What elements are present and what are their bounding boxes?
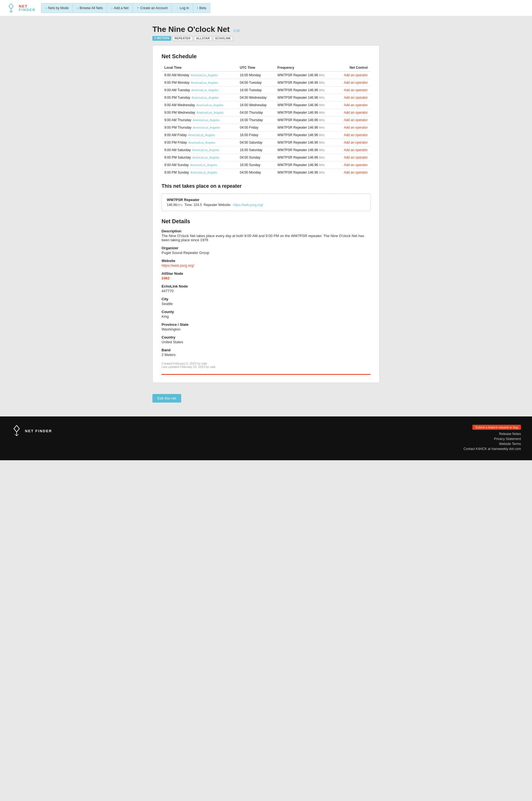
local-time-cell: 9:00 PM Sunday America/Los_Angeles [162, 169, 237, 176]
add-operator-link[interactable]: Add an operator [344, 111, 368, 114]
add-operator-link[interactable]: Add an operator [344, 118, 368, 122]
col-frequency: Frequency [274, 64, 336, 72]
net-control-cell[interactable]: Add an operator [336, 101, 370, 109]
net-control-cell[interactable]: Add an operator [336, 116, 370, 124]
net-control-cell[interactable]: Add an operator [336, 79, 370, 87]
net-control-cell[interactable]: Add an operator [336, 169, 370, 176]
organizer-label: Organizer [162, 246, 370, 250]
table-row: 9:00 AM Wednesday America/Los_Angeles 16… [162, 101, 370, 109]
allstar-label: AllStar Node [162, 272, 370, 276]
page-title: The Nine O'clock Net [152, 25, 230, 34]
website-value: https://web.psrg.org/ [162, 263, 370, 267]
table-row: 9:00 AM Sunday America/Los_Angeles 16:00… [162, 161, 370, 169]
add-operator-link[interactable]: Add an operator [344, 73, 368, 77]
add-operator-link[interactable]: Add an operator [344, 133, 368, 137]
timezone-label: America/Los_Angeles [192, 156, 219, 159]
frequency-cell: WW7PSR Repeater 146.96 MHz [274, 94, 336, 101]
frequency-cell: WW7PSR Repeater 146.96 MHz [274, 154, 336, 161]
echolink-value: 447770 [162, 289, 370, 293]
footer-website-terms[interactable]: Website Terms [463, 442, 521, 446]
repeater-freq-unit: MHz [177, 204, 183, 207]
tags: 2 METERS REPEATER ALLSTAR ECHOLINK [152, 36, 380, 41]
nav-add-a-net-label: Add a Net [114, 6, 129, 10]
footer: NET FINDER Submit a feature request or b… [0, 416, 532, 460]
band-value: 2 Meters [162, 353, 370, 357]
nav-beta[interactable]: ℹ Beta [193, 3, 210, 13]
nav-nets-by-mode[interactable]: ≡ Nets by Mode [41, 3, 73, 13]
feature-request-button[interactable]: Submit a feature request or bug [472, 425, 521, 430]
add-operator-link[interactable]: Add an operator [344, 148, 368, 152]
add-operator-link[interactable]: Add an operator [344, 163, 368, 167]
main-nav: ≡ Nets by Mode ≡ Browse All Nets + Add a… [41, 3, 210, 13]
table-row: 9:00 PM Saturday America/Los_Angeles 04:… [162, 154, 370, 161]
net-control-cell[interactable]: Add an operator [336, 139, 370, 146]
edit-link[interactable]: Edit [233, 29, 240, 33]
repeater-box: WW7PSR Repeater 146.96MHz Tone: 103.5 Re… [162, 193, 370, 211]
logo-net: NET [19, 4, 36, 8]
nav-browse-all-nets[interactable]: ≡ Browse All Nets [73, 3, 107, 13]
band-label: Band [162, 348, 370, 352]
table-row: 9:00 AM Monday America/Los_Angeles 16:00… [162, 72, 370, 79]
add-operator-link[interactable]: Add an operator [344, 126, 368, 129]
add-operator-link[interactable]: Add an operator [344, 170, 368, 174]
freq-unit: MHz [319, 164, 325, 167]
net-control-cell[interactable]: Add an operator [336, 146, 370, 154]
repeater-website-link[interactable]: https://web.psrg.org/ [233, 203, 263, 207]
table-row: 9:00 AM Friday America/Los_Angeles 16:00… [162, 131, 370, 139]
local-time-cell: 9:00 PM Tuesday America/Los_Angeles [162, 94, 237, 101]
city-value: Seattle [162, 302, 370, 306]
create-account-icon: ✦ [137, 6, 139, 10]
country-label: Country [162, 335, 370, 339]
frequency-cell: WW7PSR Repeater 146.96 MHz [274, 79, 336, 87]
log-in-icon: → [176, 6, 179, 10]
freq-unit: MHz [319, 126, 325, 129]
add-operator-link[interactable]: Add an operator [344, 141, 368, 145]
local-time-cell: 9:00 AM Thursday America/Los_Angeles [162, 116, 237, 124]
main-content: The Nine O'clock Net Edit 2 METERS REPEA… [147, 17, 385, 416]
footer-privacy-statement[interactable]: Privacy Statement [463, 437, 521, 441]
footer-release-notes[interactable]: Release Notes [463, 432, 521, 436]
nav-nets-by-mode-label: Nets by Mode [48, 6, 69, 10]
freq-unit: MHz [319, 89, 325, 92]
add-operator-link[interactable]: Add an operator [344, 81, 368, 85]
nav-log-in[interactable]: → Log In [172, 3, 193, 13]
utc-time-cell: 16:00 Thursday [237, 116, 274, 124]
local-time-cell: 9:00 PM Wednesday America/Los_Angeles [162, 109, 237, 116]
add-operator-link[interactable]: Add an operator [344, 155, 368, 160]
nav-add-a-net[interactable]: + Add a Net [107, 3, 133, 13]
net-control-cell[interactable]: Add an operator [336, 161, 370, 169]
freq-unit: MHz [319, 74, 325, 77]
net-control-cell[interactable]: Add an operator [336, 72, 370, 79]
net-finder-logo-icon [5, 2, 17, 14]
net-control-cell[interactable]: Add an operator [336, 109, 370, 116]
net-control-cell[interactable]: Add an operator [336, 124, 370, 131]
freq-unit: MHz [319, 149, 325, 152]
net-control-cell[interactable]: Add an operator [336, 87, 370, 94]
utc-time-cell: 04:00 Sunday [237, 154, 274, 161]
col-net-control: Net Control [336, 64, 370, 72]
tag-allstar: ALLSTAR [194, 36, 212, 41]
add-operator-link[interactable]: Add an operator [344, 103, 368, 107]
frequency-cell: WW7PSR Repeater 146.96 MHz [274, 72, 336, 79]
edit-this-net-button[interactable]: Edit this net [152, 394, 181, 403]
logo-text: NET FINDER [19, 4, 36, 12]
add-operator-link[interactable]: Add an operator [344, 88, 368, 92]
website-link[interactable]: https://web.psrg.org/ [162, 263, 194, 267]
utc-time-cell: 16:00 Tuesday [237, 87, 274, 94]
net-control-cell[interactable]: Add an operator [336, 94, 370, 101]
local-time-cell: 9:00 PM Friday America/Los_Angeles [162, 139, 237, 146]
add-operator-link[interactable]: Add an operator [344, 96, 368, 99]
net-control-cell[interactable]: Add an operator [336, 131, 370, 139]
footer-contact[interactable]: Contact K4HCK at hamweekly dot com [463, 447, 521, 451]
net-control-cell[interactable]: Add an operator [336, 154, 370, 161]
county-label: County [162, 310, 370, 314]
nav-create-account[interactable]: ✦ Create an Account [133, 3, 172, 13]
freq-unit: MHz [319, 171, 325, 174]
utc-time-cell: 16:00 Friday [237, 131, 274, 139]
local-time-cell: 9:00 AM Wednesday America/Los_Angeles [162, 101, 237, 109]
freq-unit: MHz [319, 111, 325, 114]
col-local-time: Local Time [162, 64, 237, 72]
repeater-freq: 146.96 [167, 203, 177, 207]
freq-unit: MHz [319, 134, 325, 137]
timezone-label: America/Los_Angeles [188, 141, 215, 144]
